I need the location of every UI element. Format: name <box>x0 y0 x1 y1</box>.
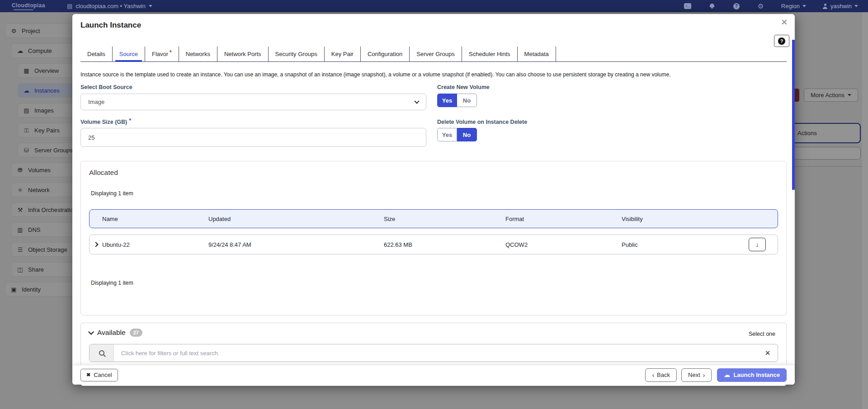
boot-source-select[interactable]: Image <box>80 94 426 110</box>
next-button[interactable]: Next › <box>681 368 712 382</box>
question-icon: ? <box>733 3 740 9</box>
chevron-down-icon <box>149 5 152 7</box>
tab-configuration[interactable]: Configuration <box>361 47 410 61</box>
delete-volume-toggle: Yes No <box>437 128 477 141</box>
tab-label: Network Ports <box>224 51 261 57</box>
select-one-hint: Select one <box>749 331 775 337</box>
cell-updated: 9/24/24 8:47 AM <box>208 241 384 248</box>
modal-scrollbar[interactable] <box>792 40 795 190</box>
cloud-upload-icon: ☁ <box>724 372 730 378</box>
settings-button[interactable]: ⚙ <box>757 2 765 10</box>
tab-label: Flavor <box>152 51 172 57</box>
list-icon: ▤ <box>67 3 72 9</box>
expand-row-icon[interactable] <box>93 242 98 247</box>
chevron-down-icon <box>802 5 806 7</box>
available-search-input[interactable] <box>114 350 765 357</box>
cancel-button[interactable]: ✖ Cancel <box>80 369 118 381</box>
tab-flavor[interactable]: Flavor <box>145 47 179 61</box>
create-new-volume-no-button[interactable]: No <box>457 94 477 107</box>
allocated-count-footer: Displaying 1 item <box>91 280 133 286</box>
allocated-count: Displaying 1 item <box>91 190 133 197</box>
notifications-button[interactable] <box>708 2 716 10</box>
chevron-right-icon: › <box>703 372 705 378</box>
next-label: Next <box>688 371 700 378</box>
user-menu[interactable]: yashwin <box>822 3 858 9</box>
domain-project-label: cloudtopiaa.com • Yashwin <box>75 3 145 9</box>
modal-title: Launch Instance <box>80 21 141 30</box>
question-icon: ? <box>778 38 785 45</box>
create-new-volume-toggle: Yes No <box>437 94 477 107</box>
cancel-label: Cancel <box>94 371 112 378</box>
tab-label: Details <box>87 51 105 57</box>
wizard-tabs: Details Source Flavor Networks Network P… <box>80 47 787 62</box>
allocated-table-row: Ubuntu-22 9/24/24 8:47 AM 622.63 MB QCOW… <box>89 235 778 254</box>
tab-server-groups[interactable]: Server Groups <box>410 47 462 61</box>
launch-instance-modal: Launch Instance ✕ ? Details Source Flavo… <box>72 14 795 385</box>
tab-security-groups[interactable]: Security Groups <box>269 47 325 61</box>
bell-icon <box>709 3 715 9</box>
search-icon <box>99 350 104 356</box>
deallocate-button[interactable]: ↓ <box>749 238 766 251</box>
help-button[interactable]: ? <box>732 2 741 10</box>
tab-details[interactable]: Details <box>80 47 113 61</box>
tab-scheduler-hints[interactable]: Scheduler Hints <box>462 47 518 61</box>
tab-label: Server Groups <box>416 51 455 57</box>
column-size: Size <box>384 216 505 222</box>
navbar-right: ›_ ? ⚙ Region yashwin <box>684 0 858 12</box>
boot-source-label: Select Boot Source <box>80 84 132 90</box>
terminal-button[interactable]: ›_ <box>684 2 692 10</box>
column-updated: Updated <box>208 216 384 222</box>
volume-size-input[interactable] <box>80 128 426 147</box>
region-dropdown[interactable]: Region <box>781 3 806 9</box>
screen: Cloudtopiaa ▤ cloudtopiaa.com • Yashwin … <box>0 0 868 409</box>
user-icon <box>822 4 828 9</box>
boot-source-value: Image <box>88 99 104 105</box>
allocated-table-header: Name Updated Size Format Visibility <box>89 209 778 228</box>
chevron-left-icon: ‹ <box>652 372 654 378</box>
delete-volume-no-button[interactable]: No <box>457 128 477 141</box>
create-new-volume-yes-button[interactable]: Yes <box>437 94 457 107</box>
available-heading: Available <box>97 329 126 337</box>
close-icon[interactable]: ✕ <box>781 18 788 27</box>
tab-networks[interactable]: Networks <box>179 47 217 61</box>
tab-label: Configuration <box>368 51 402 57</box>
chevron-down-icon <box>854 5 858 7</box>
tab-metadata[interactable]: Metadata <box>518 47 556 61</box>
chevron-down-icon <box>414 99 419 103</box>
allocated-heading: Allocated <box>89 169 118 177</box>
available-count-badge: 27 <box>130 329 142 337</box>
tab-label: Security Groups <box>275 51 317 57</box>
launch-instance-button[interactable]: ☁ Launch Instance <box>717 368 787 382</box>
allocated-panel: Allocated Displaying 1 item Name Updated… <box>80 161 787 315</box>
x-icon: ✖ <box>86 372 90 378</box>
tab-label: Key Pair <box>331 51 354 57</box>
volume-size-label: Volume Size (GB) <box>80 119 131 125</box>
tab-label: Networks <box>186 51 210 57</box>
modal-footer: ✖ Cancel ‹ Back Next › ☁ Launch Instance <box>72 365 795 385</box>
terminal-icon: ›_ <box>684 3 691 9</box>
tab-source[interactable]: Source <box>113 47 145 61</box>
back-button[interactable]: ‹ Back <box>645 368 677 382</box>
gear-icon: ⚙ <box>758 3 764 9</box>
domain-project-switcher[interactable]: ▤ cloudtopiaa.com • Yashwin <box>67 0 152 12</box>
delete-volume-yes-button[interactable]: Yes <box>437 128 457 141</box>
search-icon-cell <box>90 344 114 362</box>
available-search-bar: ✕ <box>89 344 778 362</box>
clear-search-icon[interactable]: ✕ <box>765 349 770 357</box>
wizard-help-button[interactable]: ? <box>774 35 789 47</box>
tab-network-ports[interactable]: Network Ports <box>217 47 269 61</box>
cell-format: QCOW2 <box>505 241 622 248</box>
cell-visibility: Public <box>622 241 749 248</box>
delete-volume-label: Delete Volume on Instance Delete <box>437 119 527 125</box>
region-label: Region <box>781 3 800 9</box>
collapse-icon[interactable] <box>88 329 94 335</box>
column-name: Name <box>102 216 208 222</box>
back-label: Back <box>657 371 670 378</box>
tab-label: Scheduler Hints <box>469 51 510 57</box>
brand-logo[interactable]: Cloudtopiaa <box>12 2 45 9</box>
available-heading-row: Available 27 <box>89 329 142 337</box>
tab-key-pair[interactable]: Key Pair <box>325 47 361 61</box>
column-format: Format <box>505 216 622 222</box>
column-visibility: Visibility <box>622 216 749 222</box>
create-new-volume-label: Create New Volume <box>437 84 490 90</box>
